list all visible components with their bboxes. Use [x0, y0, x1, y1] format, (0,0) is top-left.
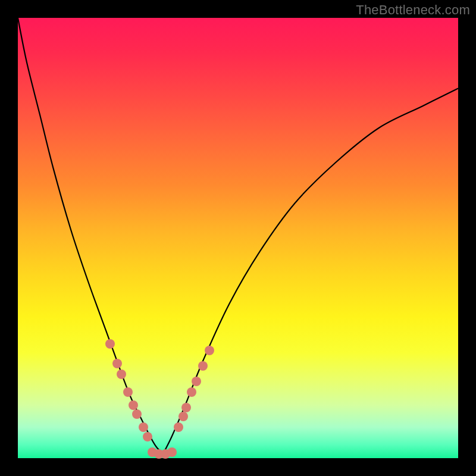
plot-area	[18, 18, 458, 458]
data-point	[112, 359, 122, 368]
curve-layer	[18, 18, 458, 458]
data-point	[198, 361, 208, 371]
data-point	[129, 400, 138, 410]
data-point	[105, 339, 115, 349]
data-point	[117, 369, 126, 379]
data-point	[123, 387, 133, 397]
data-point	[167, 447, 177, 457]
curve-left-branch	[18, 18, 163, 454]
curve-right-branch	[163, 88, 458, 453]
chart-frame: TheBottleneck.com	[0, 0, 476, 476]
data-point	[174, 422, 183, 432]
data-point	[192, 377, 201, 386]
data-point	[139, 422, 148, 432]
watermark-text: TheBottleneck.com	[356, 2, 470, 18]
data-point	[205, 346, 214, 355]
data-point	[143, 432, 152, 441]
data-point	[187, 387, 196, 397]
data-point	[132, 409, 142, 419]
data-point	[178, 412, 188, 421]
data-point	[181, 403, 191, 412]
